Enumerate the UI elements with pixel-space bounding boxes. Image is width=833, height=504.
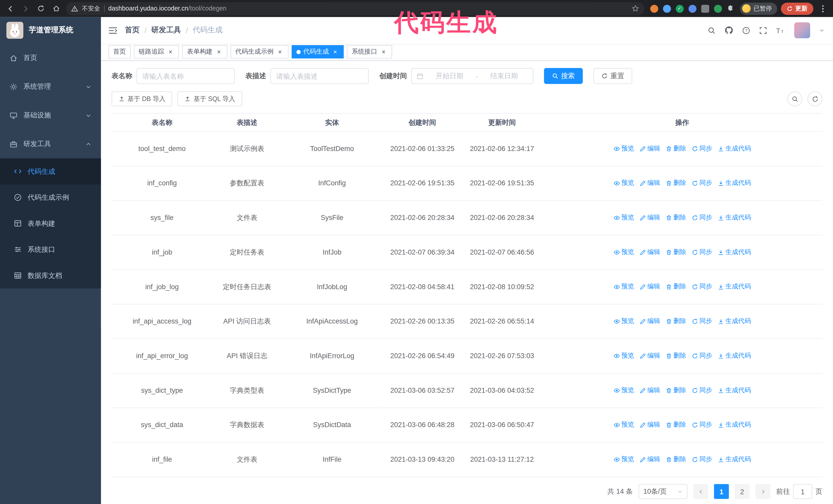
search-button[interactable]: 搜索	[544, 68, 582, 84]
reset-button[interactable]: 重置	[593, 68, 632, 84]
row-action-generate-code[interactable]: 生成代码	[717, 351, 751, 361]
goto-page-input[interactable]	[793, 484, 812, 499]
browser-update-button[interactable]: 更新	[781, 2, 813, 15]
browser-reload-icon[interactable]	[35, 3, 47, 14]
sidebar-item-form-builder[interactable]: 表单构建	[0, 211, 101, 237]
search-icon[interactable]	[708, 26, 716, 34]
breadcrumb-dev-tools[interactable]: 研发工具	[151, 25, 181, 35]
tab-home[interactable]: 首页	[109, 45, 131, 58]
sidebar-collapse-icon[interactable]	[101, 26, 125, 34]
browser-back-icon[interactable]	[4, 3, 16, 14]
row-action-edit[interactable]: 编辑	[639, 213, 660, 223]
refresh-table-button[interactable]	[808, 92, 823, 106]
row-action-generate-code[interactable]: 生成代码	[717, 144, 751, 154]
import-sql-button[interactable]: 基于 SQL 导入	[177, 92, 242, 106]
tab-close-icon[interactable]	[215, 48, 222, 56]
row-action-preview[interactable]: 预览	[613, 316, 634, 327]
row-action-preview[interactable]: 预览	[613, 420, 634, 430]
row-action-edit[interactable]: 编辑	[639, 316, 660, 327]
row-action-edit[interactable]: 编辑	[639, 144, 660, 154]
row-action-delete[interactable]: 删除	[665, 247, 686, 258]
page-button-1[interactable]: 1	[714, 484, 729, 499]
font-size-icon[interactable]: TT	[776, 27, 785, 34]
page-button-2[interactable]: 2	[735, 484, 750, 499]
extension-icon[interactable]	[650, 5, 658, 13]
row-action-edit[interactable]: 编辑	[639, 455, 660, 465]
user-avatar[interactable]	[794, 22, 810, 38]
sidebar-item-system-management[interactable]: 系统管理	[0, 72, 101, 101]
row-action-edit[interactable]: 编辑	[639, 351, 660, 361]
row-action-preview[interactable]: 预览	[613, 351, 634, 361]
row-action-sync[interactable]: 同步	[691, 316, 712, 327]
row-action-sync[interactable]: 同步	[691, 282, 712, 292]
tab-codegen-example[interactable]: 代码生成示例	[231, 45, 289, 58]
row-action-preview[interactable]: 预览	[613, 247, 634, 258]
row-action-sync[interactable]: 同步	[691, 386, 712, 396]
row-action-delete[interactable]: 删除	[665, 351, 686, 361]
next-page-button[interactable]	[755, 484, 770, 499]
tab-tracing[interactable]: 链路追踪	[134, 45, 179, 58]
tab-close-icon[interactable]	[331, 48, 339, 56]
breadcrumb-home[interactable]: 首页	[125, 25, 140, 35]
tab-close-icon[interactable]	[380, 48, 387, 56]
row-action-delete[interactable]: 删除	[665, 420, 686, 430]
row-action-generate-code[interactable]: 生成代码	[717, 213, 751, 223]
row-action-sync[interactable]: 同步	[691, 213, 712, 223]
tab-code-generation[interactable]: 代码生成	[292, 45, 344, 58]
row-action-sync[interactable]: 同步	[691, 455, 712, 465]
sidebar-item-dev-tools[interactable]: 研发工具	[0, 130, 101, 159]
row-action-delete[interactable]: 删除	[665, 316, 686, 327]
row-action-preview[interactable]: 预览	[613, 213, 634, 223]
row-action-generate-code[interactable]: 生成代码	[717, 178, 751, 188]
row-action-edit[interactable]: 编辑	[639, 386, 660, 396]
sidebar-item-code-generation[interactable]: 代码生成	[0, 159, 101, 185]
avatar-caret-down-icon[interactable]	[819, 28, 825, 33]
extensions-puzzle-icon[interactable]	[727, 5, 734, 12]
tab-system-api[interactable]: 系统接口	[347, 45, 392, 58]
row-action-edit[interactable]: 编辑	[639, 420, 660, 430]
extension-icon[interactable]	[663, 5, 671, 13]
sidebar-item-infrastructure[interactable]: 基础设施	[0, 101, 101, 130]
row-action-sync[interactable]: 同步	[691, 247, 712, 258]
table-desc-input[interactable]	[270, 68, 368, 84]
row-action-preview[interactable]: 预览	[613, 455, 634, 465]
table-name-input[interactable]	[137, 68, 235, 84]
row-action-delete[interactable]: 删除	[665, 282, 686, 292]
extension-icon[interactable]	[714, 5, 722, 13]
row-action-generate-code[interactable]: 生成代码	[717, 455, 751, 465]
row-action-delete[interactable]: 删除	[665, 213, 686, 223]
prev-page-button[interactable]	[693, 484, 708, 499]
import-db-button[interactable]: 基于 DB 导入	[112, 92, 172, 106]
row-action-delete[interactable]: 删除	[665, 455, 686, 465]
row-action-preview[interactable]: 预览	[613, 144, 634, 154]
row-action-preview[interactable]: 预览	[613, 386, 634, 396]
browser-menu-icon[interactable]	[817, 3, 829, 14]
row-action-generate-code[interactable]: 生成代码	[717, 386, 751, 396]
create-time-range-picker[interactable]: 开始日期 - 结束日期	[411, 68, 533, 84]
row-action-edit[interactable]: 编辑	[639, 247, 660, 258]
sidebar-item-db-docs[interactable]: 数据库文档	[0, 263, 101, 289]
row-action-edit[interactable]: 编辑	[639, 178, 660, 188]
tab-close-icon[interactable]	[167, 48, 174, 56]
row-action-generate-code[interactable]: 生成代码	[717, 247, 751, 258]
row-action-generate-code[interactable]: 生成代码	[717, 420, 751, 430]
sidebar-item-home[interactable]: 首页	[0, 44, 101, 72]
github-icon[interactable]	[724, 26, 733, 34]
extension-icon[interactable]	[688, 5, 696, 13]
fullscreen-icon[interactable]	[759, 26, 767, 34]
toggle-search-button[interactable]	[787, 92, 802, 106]
row-action-sync[interactable]: 同步	[691, 178, 712, 188]
extension-icon[interactable]	[701, 5, 709, 13]
row-action-sync[interactable]: 同步	[691, 420, 712, 430]
sidebar-item-codegen-example[interactable]: 代码生成示例	[0, 184, 101, 211]
help-icon[interactable]: ?	[742, 26, 750, 34]
row-action-preview[interactable]: 预览	[613, 282, 634, 292]
row-action-sync[interactable]: 同步	[691, 351, 712, 361]
browser-forward-icon[interactable]	[20, 3, 31, 14]
tab-close-icon[interactable]	[276, 48, 284, 56]
bookmark-star-icon[interactable]	[631, 5, 639, 12]
extension-check-icon[interactable]: ✓	[675, 5, 683, 13]
row-action-preview[interactable]: 预览	[613, 178, 634, 188]
page-size-select[interactable]: 10条/页	[639, 484, 687, 499]
row-action-generate-code[interactable]: 生成代码	[717, 282, 751, 292]
